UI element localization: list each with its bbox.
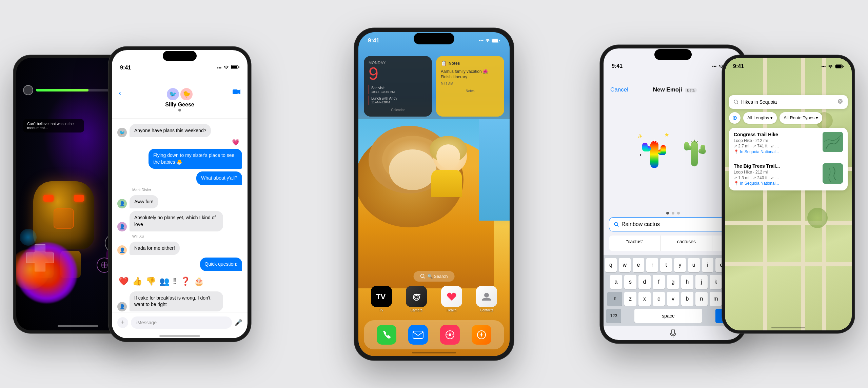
key-e[interactable]: e xyxy=(633,258,645,272)
key-f[interactable]: f xyxy=(653,275,665,289)
key-i[interactable]: i xyxy=(702,258,714,272)
key-z[interactable]: z xyxy=(624,292,636,306)
dynamic-island-2 xyxy=(163,51,197,61)
message-row-6: 👤 Nada for me either! xyxy=(117,242,242,255)
filter-routes-chevron: ▾ xyxy=(816,115,818,120)
emoji-rainbow-cactus-item[interactable]: ✨ ⭐ ✦ xyxy=(637,131,671,176)
home-screen: 9:41 ▪▪▪ Monday 9 Site xyxy=(358,32,510,356)
key-x[interactable]: x xyxy=(638,292,651,306)
mech-body xyxy=(33,181,94,249)
key-m[interactable]: m xyxy=(710,292,722,306)
suggestion-cactuses[interactable]: cactuses xyxy=(661,236,713,251)
notes-header: 📋 Notes xyxy=(441,61,499,66)
keyboard: q w e r t y u i o p a s xyxy=(604,255,743,326)
key-k[interactable]: k xyxy=(710,275,722,289)
key-num[interactable]: 123 xyxy=(606,309,621,323)
face-main xyxy=(389,149,436,190)
maps-status-bar: 9:41 ▪▪▪ xyxy=(725,58,852,75)
emoji-cancel-button[interactable]: Cancel xyxy=(610,86,628,93)
key-a[interactable]: a xyxy=(610,275,622,289)
game-chat-bubble: Can't believe that was in the monument..… xyxy=(23,119,84,132)
maps-result-2[interactable]: The Big Trees Trail... Loop Hike · 212 m… xyxy=(729,159,848,190)
key-d[interactable]: d xyxy=(638,275,651,289)
cal-event-1: Site visit 10:15–10:45 AM xyxy=(369,85,427,94)
dock-mail[interactable] xyxy=(408,325,428,345)
message-row-4: 👤 Aww fun! xyxy=(117,195,242,209)
dock-phone[interactable] xyxy=(377,325,396,345)
messages-back-button[interactable]: ‹ xyxy=(119,89,121,98)
svg-rect-48 xyxy=(684,142,689,150)
sky-right xyxy=(479,119,510,221)
app-label-health: Health xyxy=(447,308,456,312)
camera-icon xyxy=(410,290,422,303)
maps-result-title-1: Congress Trail Hike xyxy=(734,132,819,137)
maps-location-button[interactable] xyxy=(729,112,741,124)
particle-2 xyxy=(20,229,37,246)
key-j[interactable]: j xyxy=(695,275,708,289)
messages-list: 🐦 Anyone have plans this weekend? 💗 Flyi… xyxy=(112,119,248,312)
app-camera[interactable]: Camera xyxy=(406,286,427,312)
emoji-regular-cactus-item[interactable] xyxy=(682,132,709,175)
app-health[interactable]: Health xyxy=(441,286,462,312)
maps-wifi-icon xyxy=(828,64,833,68)
maps-result-info-1: Congress Trail Hike Loop Hike · 212 mi ↗… xyxy=(734,132,819,155)
messages-add-button[interactable]: + xyxy=(117,317,128,328)
video-call-button[interactable] xyxy=(233,89,241,97)
keyboard-row-4: 123 space done xyxy=(605,309,741,323)
app-contacts[interactable]: Contacts xyxy=(476,286,497,312)
key-r[interactable]: r xyxy=(646,258,658,272)
dock-music[interactable] xyxy=(440,325,460,345)
trail-map-1 xyxy=(823,132,843,152)
filter-all-lengths[interactable]: All Lengths ▾ xyxy=(743,112,777,124)
cal-date: 9 xyxy=(369,65,427,82)
svg-line-66 xyxy=(737,103,738,104)
maps-clear-button[interactable] xyxy=(837,99,843,105)
key-g[interactable]: g xyxy=(667,275,679,289)
maps-search-bar[interactable]: Hikes in Sequoia xyxy=(729,95,848,109)
imessage-input[interactable]: iMessage xyxy=(131,316,232,329)
key-n[interactable]: n xyxy=(695,292,708,306)
emoji-title-area: New Emoji Beta xyxy=(653,86,697,93)
mic-icon[interactable] xyxy=(669,328,677,339)
key-t[interactable]: t xyxy=(660,258,672,272)
maps-result-info-2: The Big Trees Trail... Loop Hike · 212 m… xyxy=(734,163,819,186)
key-y[interactable]: y xyxy=(674,258,686,272)
maps-status-icons: ▪▪▪ xyxy=(821,64,844,69)
filter-all-routes[interactable]: All Route Types ▾ xyxy=(780,112,822,124)
key-h[interactable]: h xyxy=(681,275,693,289)
key-b[interactable]: b xyxy=(681,292,693,306)
home-search-bar[interactable]: 🔍 Search xyxy=(414,271,455,282)
key-shift[interactable]: ⇧ xyxy=(607,292,622,306)
maps-result-1[interactable]: Congress Trail Hike Loop Hike · 212 mi ↗… xyxy=(729,128,848,159)
maps-result-sub-1: Loop Hike · 212 mi ↗ 2.7 mi · ↗ 741 ft ·… xyxy=(734,138,819,155)
message-row-8: 👤 If cake for breakfast is wrong, I don'… xyxy=(117,291,242,311)
sender-will-1: Will Xu xyxy=(132,234,242,238)
key-u[interactable]: u xyxy=(688,258,700,272)
key-w[interactable]: w xyxy=(619,258,631,272)
key-q[interactable]: q xyxy=(605,258,617,272)
child-face xyxy=(436,144,460,168)
app-tv[interactable]: TV TV xyxy=(371,286,392,312)
emoji-pagination-dots xyxy=(604,209,743,217)
key-c[interactable]: c xyxy=(653,292,665,306)
emoji-search-bar[interactable]: Rainbow cactus xyxy=(609,217,737,231)
dpad[interactable] xyxy=(26,244,54,273)
game-chat-text: Can't believe that was in the monument..… xyxy=(27,122,74,130)
dock-compass[interactable] xyxy=(472,325,491,345)
suggestion-cactus-text[interactable]: "cactus" xyxy=(609,236,661,251)
msg-bubble-7: Quick question: xyxy=(200,258,242,271)
key-s[interactable]: s xyxy=(624,275,636,289)
rainbow-cactus-emoji: ✨ ⭐ ✦ xyxy=(637,131,671,176)
msg-reaction-heart: 💗 xyxy=(117,139,239,146)
widget-notes[interactable]: 📋 Notes Aarhus family vacation 🌺Finish i… xyxy=(436,56,504,117)
suggestion-label-1: "cactus" xyxy=(612,239,657,244)
svg-line-55 xyxy=(617,225,618,226)
key-space[interactable]: space xyxy=(634,309,702,323)
widget-calendar[interactable]: Monday 9 Site visit 10:15–10:45 AM Lunch… xyxy=(364,56,432,117)
health-bar-bg xyxy=(36,89,117,91)
messages-mic-button[interactable]: 🎤 xyxy=(235,319,242,326)
search-icon xyxy=(420,274,425,279)
health-bar-fill xyxy=(36,89,88,91)
phone-icon xyxy=(381,330,392,340)
key-v[interactable]: v xyxy=(667,292,679,306)
